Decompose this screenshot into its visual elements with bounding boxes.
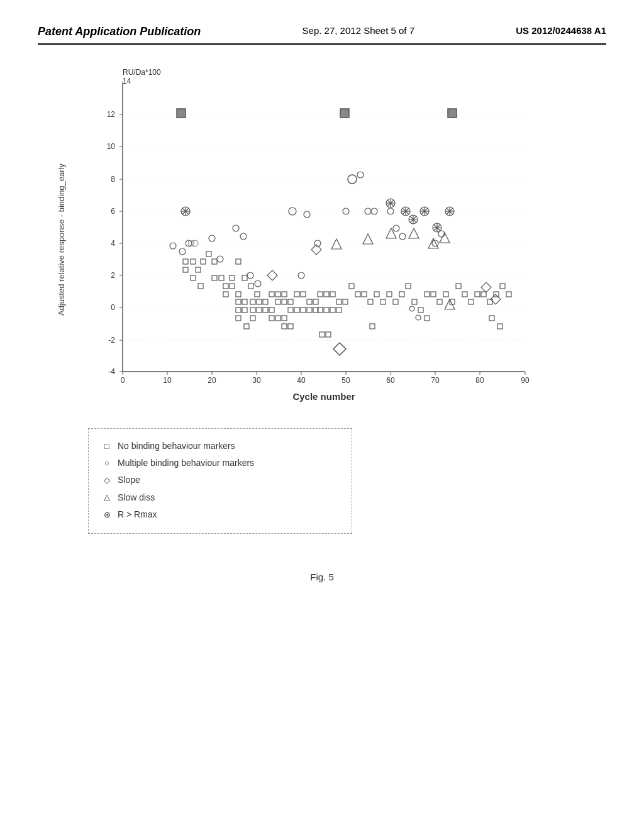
dp-square xyxy=(244,324,249,329)
y-axis-label-container: Adjusted relative response - binding_ear… xyxy=(38,64,85,416)
dp-square xyxy=(248,284,253,289)
dp-square xyxy=(330,292,335,297)
dp-square xyxy=(431,292,436,297)
dp-square xyxy=(263,307,268,313)
dp-square xyxy=(362,292,367,297)
dp-square xyxy=(368,299,373,304)
dp-square xyxy=(324,292,329,297)
dp-circle xyxy=(393,225,399,231)
dp-square xyxy=(412,299,417,304)
dp-square xyxy=(288,324,293,329)
chart-svg: RU/Da*100 14 12 10 8 xyxy=(85,64,538,416)
ylabel-8: 8 xyxy=(111,175,115,184)
dp-square xyxy=(250,307,255,313)
ylabel-4: 4 xyxy=(111,239,115,248)
ylabel-6: 6 xyxy=(111,207,115,216)
dp-square xyxy=(236,307,241,313)
legend-item-circle: ○ Multiple binding behaviour markers xyxy=(101,455,339,471)
svg-text:30: 30 xyxy=(252,376,261,385)
dp-square xyxy=(201,259,206,264)
legend-item-asterisk: ⊛ R > Rmax xyxy=(101,507,339,523)
dp-square xyxy=(250,316,255,321)
page-header: Patent Application Publication Sep. 27, … xyxy=(38,25,606,45)
dp-square xyxy=(236,292,241,297)
chart-container: Adjusted relative response - binding_ear… xyxy=(38,64,606,416)
dp-square xyxy=(370,324,375,329)
dp-square xyxy=(282,316,287,321)
dp-triangle xyxy=(331,239,341,249)
dp-square xyxy=(374,292,379,297)
dp-square xyxy=(425,316,430,321)
dp-square xyxy=(191,275,196,280)
svg-text:20: 20 xyxy=(208,376,216,385)
dp-triangle xyxy=(386,228,396,238)
svg-text:10: 10 xyxy=(163,376,172,385)
dp-square xyxy=(198,284,203,289)
dp-circle xyxy=(416,315,421,320)
dp-square xyxy=(230,275,235,280)
dp-circle xyxy=(170,243,176,249)
dp-square xyxy=(255,292,260,297)
legend-label-square: No binding behaviour markers xyxy=(118,438,235,454)
dp-triangle xyxy=(363,234,373,244)
svg-text:80: 80 xyxy=(475,376,484,385)
sheet-info: Sep. 27, 2012 Sheet 5 of 7 xyxy=(303,25,414,36)
dp-square xyxy=(380,299,386,304)
ylabel-0: 0 xyxy=(111,303,115,312)
dp-large-square xyxy=(448,109,457,118)
ylabel-12: 12 xyxy=(107,110,116,119)
dp-square xyxy=(242,307,247,313)
ylabel-m4: -4 xyxy=(108,367,115,376)
dp-square xyxy=(313,299,318,304)
dp-circle xyxy=(357,172,364,178)
dp-square xyxy=(242,275,247,280)
legend-item-diamond: ◇ Slope xyxy=(101,472,339,488)
legend-symbol-diamond: ◇ xyxy=(101,473,113,487)
dp-circle xyxy=(399,233,406,240)
legend-item-square: □ No binding behaviour markers xyxy=(101,438,339,454)
dp-circle xyxy=(247,272,253,279)
dp-circle xyxy=(209,235,215,241)
dp-diamond xyxy=(333,343,346,355)
dp-square xyxy=(318,292,323,297)
dp-square xyxy=(183,267,188,272)
dp-square xyxy=(191,259,196,264)
dp-square xyxy=(212,259,217,264)
dp-circle xyxy=(217,256,223,262)
dp-circle xyxy=(192,240,198,246)
dp-square xyxy=(206,252,211,257)
x-axis-label: Cycle number xyxy=(292,391,355,402)
legend-label-diamond: Slope xyxy=(118,472,140,488)
dp-square xyxy=(443,292,448,297)
dp-square xyxy=(494,292,499,297)
legend-symbol-asterisk: ⊛ xyxy=(101,507,113,522)
svg-text:0: 0 xyxy=(121,376,125,385)
dp-square xyxy=(506,292,511,297)
dp-square xyxy=(223,292,228,297)
dp-square xyxy=(219,275,224,280)
dp-square xyxy=(269,292,274,297)
dp-square xyxy=(288,307,293,313)
legend-label-circle: Multiple binding behaviour markers xyxy=(118,455,254,471)
dp-square xyxy=(475,292,480,297)
ylabel-2: 2 xyxy=(111,271,115,280)
dp-circle xyxy=(179,248,186,255)
y-axis-label: Adjusted relative response - binding_ear… xyxy=(57,163,66,316)
dp-square xyxy=(418,307,423,313)
svg-text:50: 50 xyxy=(341,376,350,385)
plot-area: RU/Da*100 14 12 10 8 xyxy=(85,64,606,416)
svg-text:40: 40 xyxy=(297,376,306,385)
legend-symbol-circle: ○ xyxy=(101,456,113,470)
legend-box: □ No binding behaviour markers ○ Multipl… xyxy=(88,428,352,534)
dp-square xyxy=(336,307,341,313)
figure-caption: Fig. 5 xyxy=(38,572,606,582)
dp-square xyxy=(489,316,494,321)
dp-circle xyxy=(255,280,261,287)
dp-square xyxy=(307,299,312,304)
dp-square xyxy=(294,307,299,313)
dp-square xyxy=(393,299,398,304)
svg-text:90: 90 xyxy=(521,376,530,385)
dp-square xyxy=(307,307,312,313)
dp-square xyxy=(500,284,505,289)
svg-text:60: 60 xyxy=(386,376,395,385)
